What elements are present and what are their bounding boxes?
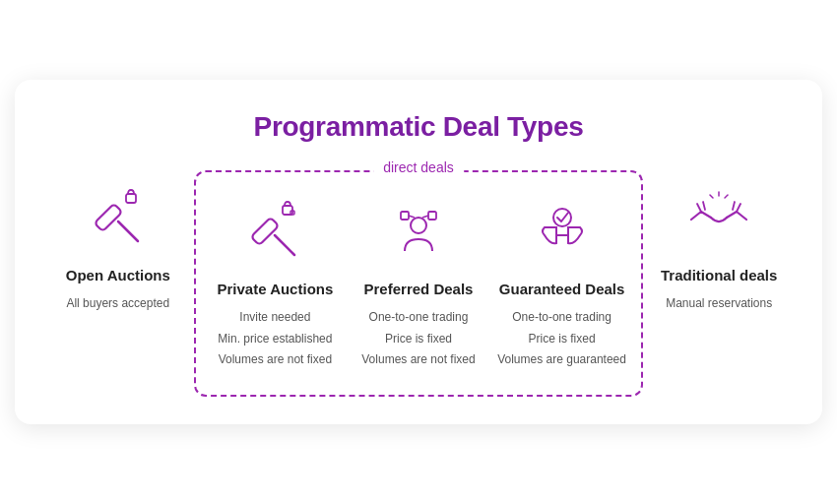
svg-line-15 bbox=[737, 204, 740, 212]
col-title-private-auctions: Private Auctions bbox=[217, 281, 333, 297]
col-title-preferred-deals: Preferred Deals bbox=[364, 281, 474, 297]
col-title-guaranteed-deals: Guaranteed Deals bbox=[499, 281, 625, 297]
svg-line-4 bbox=[275, 235, 294, 255]
icon-private-auctions bbox=[239, 196, 310, 267]
icon-traditional-deals bbox=[683, 182, 754, 253]
column-guaranteed-deals: Guaranteed Deals One-to-one tradingPrice… bbox=[490, 188, 634, 379]
svg-rect-8 bbox=[401, 212, 409, 220]
svg-rect-0 bbox=[95, 204, 122, 231]
column-traditional-deals: Traditional deals Manual reservations bbox=[643, 170, 795, 397]
icon-preferred-deals bbox=[383, 196, 454, 267]
col-title-open-auctions: Open Auctions bbox=[66, 267, 170, 284]
col-desc-preferred-deals: One-to-one tradingPrice is fixedVolumes … bbox=[361, 307, 475, 371]
main-card: Programmatic Deal Types Open Auctions Al… bbox=[15, 80, 822, 424]
col-desc-private-auctions: Invite neededMin. price establishedVolum… bbox=[218, 307, 332, 371]
icon-open-auctions bbox=[83, 182, 154, 253]
col-title-traditional-deals: Traditional deals bbox=[661, 267, 777, 284]
column-private-auctions: Private Auctions Invite neededMin. price… bbox=[204, 188, 348, 379]
svg-rect-3 bbox=[251, 218, 279, 245]
col-desc-open-auctions: All buyers accepted bbox=[66, 293, 169, 315]
svg-line-16 bbox=[733, 202, 735, 210]
svg-line-18 bbox=[710, 195, 713, 198]
svg-line-14 bbox=[703, 202, 705, 210]
column-open-auctions: Open Auctions All buyers accepted bbox=[42, 170, 194, 397]
svg-line-13 bbox=[697, 204, 701, 212]
svg-rect-2 bbox=[126, 194, 136, 203]
page-title: Programmatic Deal Types bbox=[42, 111, 795, 143]
col-desc-traditional-deals: Manual reservations bbox=[666, 293, 772, 315]
direct-deals-label: direct deals bbox=[373, 159, 464, 175]
columns-wrapper: Open Auctions All buyers accepted direct… bbox=[42, 170, 795, 397]
svg-line-1 bbox=[118, 221, 138, 241]
inner-cols: Private Auctions Invite neededMin. price… bbox=[204, 188, 634, 379]
svg-point-7 bbox=[411, 218, 426, 233]
svg-line-19 bbox=[725, 195, 728, 198]
icon-guaranteed-deals bbox=[527, 196, 598, 267]
column-preferred-deals: Preferred Deals One-to-one tradingPrice … bbox=[347, 188, 490, 379]
svg-rect-9 bbox=[428, 212, 436, 220]
col-desc-guaranteed-deals: One-to-one tradingPrice is fixedVolumes … bbox=[497, 307, 626, 371]
direct-deals-box: direct deals Private Auctions bbox=[194, 170, 644, 397]
svg-point-12 bbox=[553, 209, 571, 226]
